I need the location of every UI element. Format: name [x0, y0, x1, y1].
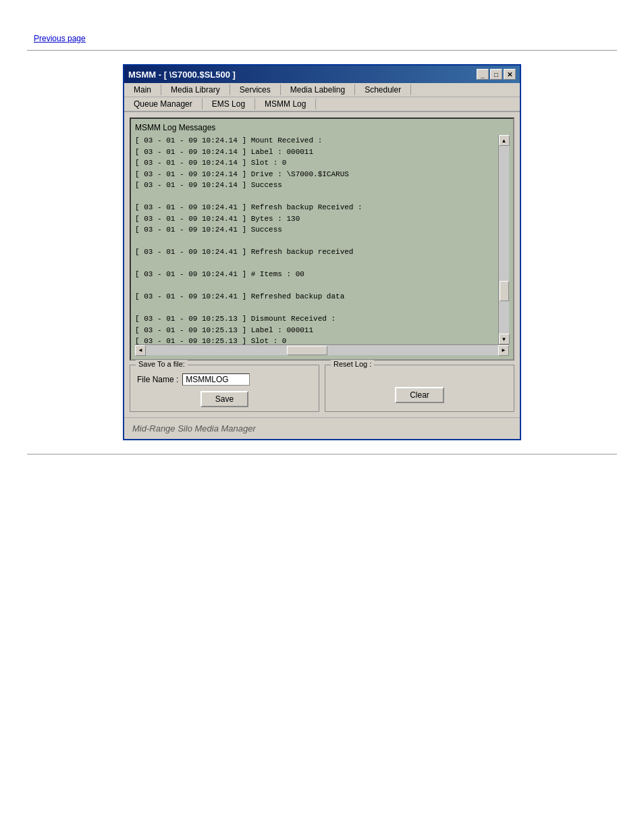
- close-button[interactable]: ✕: [504, 69, 516, 80]
- save-group-title: Save To a file:: [136, 360, 188, 368]
- footer-text: Mid-Range Silo Media Manager: [124, 417, 520, 439]
- bottom-divider: [27, 454, 617, 454]
- reset-content: Clear: [332, 376, 507, 414]
- log-message-line: [ 03 - 01 - 09 10:24.41 ] Refresh backup…: [135, 246, 498, 258]
- footer-subtitle: Mid-Range Silo Media Manager: [132, 423, 256, 434]
- menu-msmm-log[interactable]: MSMM Log: [255, 97, 315, 111]
- menu-ems-log[interactable]: EMS Log: [203, 97, 254, 111]
- top-divider: [27, 50, 617, 51]
- scroll-track: [499, 146, 509, 334]
- window-title: MSMM - [ \S7000.$SL500 ]: [128, 70, 236, 80]
- main-window: MSMM - [ \S7000.$SL500 ] _ □ ✕ Main Medi…: [123, 64, 521, 440]
- reset-group: Reset Log : Clear: [325, 365, 514, 412]
- log-message-line: [135, 236, 498, 247]
- scroll-h-thumb[interactable]: [287, 346, 327, 355]
- log-message-line: [ 03 - 01 - 09 10:25.13 ] Label : 000011: [135, 325, 498, 336]
- scroll-up-button[interactable]: ▲: [499, 135, 510, 146]
- scroll-down-button[interactable]: ▼: [499, 334, 510, 344]
- log-message-line: [135, 258, 498, 269]
- log-message-line: [ 03 - 01 - 09 10:24.14 ] Drive : \S7000…: [135, 169, 498, 180]
- log-message-line: [ 03 - 01 - 09 10:24.41 ] Success: [135, 224, 498, 236]
- log-message-line: [ 03 - 01 - 09 10:24.41 ] Refresh backup…: [135, 202, 498, 213]
- log-panel: MSMM Log Messages [ 03 - 01 - 09 10:24.1…: [130, 118, 514, 361]
- scroll-left-button[interactable]: ◄: [135, 345, 146, 356]
- content-area: MSMM Log Messages [ 03 - 01 - 09 10:24.1…: [124, 112, 520, 417]
- log-message-line: [ 03 - 01 - 09 10:24.14 ] Success: [135, 180, 498, 191]
- menu-media-labeling[interactable]: Media Labeling: [281, 83, 354, 97]
- log-message-line: [ 03 - 01 - 09 10:24.14 ] Mount Received…: [135, 135, 498, 147]
- title-bar-buttons: _ □ ✕: [477, 69, 516, 80]
- log-message-line: [ 03 - 01 - 09 10:25.13 ] Dismount Recei…: [135, 313, 498, 325]
- log-message-line: [ 03 - 01 - 09 10:24.14 ] Label : 000011: [135, 147, 498, 158]
- file-name-label: File Name :: [137, 375, 178, 384]
- menu-services[interactable]: Services: [230, 83, 280, 97]
- clear-button[interactable]: Clear: [395, 387, 444, 403]
- log-message-line: [ 03 - 01 - 09 10:24.41 ] # Items : 00: [135, 269, 498, 280]
- menu-sep-8: [315, 99, 316, 109]
- maximize-button[interactable]: □: [490, 69, 502, 80]
- vertical-scrollbar[interactable]: ▲ ▼: [498, 135, 509, 344]
- log-message-line: [ 03 - 01 - 09 10:24.41 ] Bytes : 130: [135, 213, 498, 225]
- file-name-input[interactable]: [182, 373, 250, 386]
- log-scroll-container: [ 03 - 01 - 09 10:24.14 ] Mount Received…: [135, 135, 509, 344]
- save-button[interactable]: Save: [200, 391, 248, 407]
- horizontal-scrollbar[interactable]: ◄ ►: [135, 344, 509, 355]
- log-panel-title: MSMM Log Messages: [135, 123, 509, 132]
- log-message-line: [135, 191, 498, 203]
- file-name-row: File Name :: [137, 373, 312, 386]
- menu-queue-manager[interactable]: Queue Manager: [124, 97, 202, 111]
- title-bar: MSMM - [ \S7000.$SL500 ] _ □ ✕: [124, 66, 520, 83]
- log-message-line: [ 03 - 01 - 09 10:25.13 ] Slot : 0: [135, 336, 498, 344]
- log-message-line: [135, 280, 498, 292]
- scroll-right-button[interactable]: ►: [498, 345, 509, 356]
- bottom-section: Save To a file: File Name : Save Reset L…: [130, 365, 514, 412]
- menu-bar: Main Media Library Services Media Labeli…: [124, 83, 520, 112]
- scroll-h-track: [146, 345, 498, 355]
- top-link[interactable]: Previous page: [34, 34, 630, 43]
- minimize-button[interactable]: _: [477, 69, 489, 80]
- save-group: Save To a file: File Name : Save: [130, 365, 319, 412]
- menu-row-2: Queue Manager EMS Log MSMM Log: [124, 97, 520, 111]
- menu-scheduler[interactable]: Scheduler: [355, 83, 410, 97]
- log-message-line: [135, 303, 498, 314]
- log-scroll-area: [ 03 - 01 - 09 10:24.14 ] Mount Received…: [135, 135, 498, 344]
- reset-group-title: Reset Log :: [331, 360, 374, 368]
- log-message-line: [ 03 - 01 - 09 10:24.14 ] Slot : 0: [135, 157, 498, 169]
- log-message-line: [ 03 - 01 - 09 10:24.41 ] Refreshed back…: [135, 291, 498, 303]
- log-scroll-content: [ 03 - 01 - 09 10:24.14 ] Mount Received…: [135, 135, 498, 344]
- menu-sep-5: [410, 84, 411, 95]
- log-messages: [ 03 - 01 - 09 10:24.14 ] Mount Received…: [135, 135, 498, 344]
- menu-main[interactable]: Main: [124, 83, 161, 97]
- menu-media-library[interactable]: Media Library: [161, 83, 230, 97]
- scroll-thumb[interactable]: [500, 281, 509, 301]
- menu-row-1: Main Media Library Services Media Labeli…: [124, 83, 520, 97]
